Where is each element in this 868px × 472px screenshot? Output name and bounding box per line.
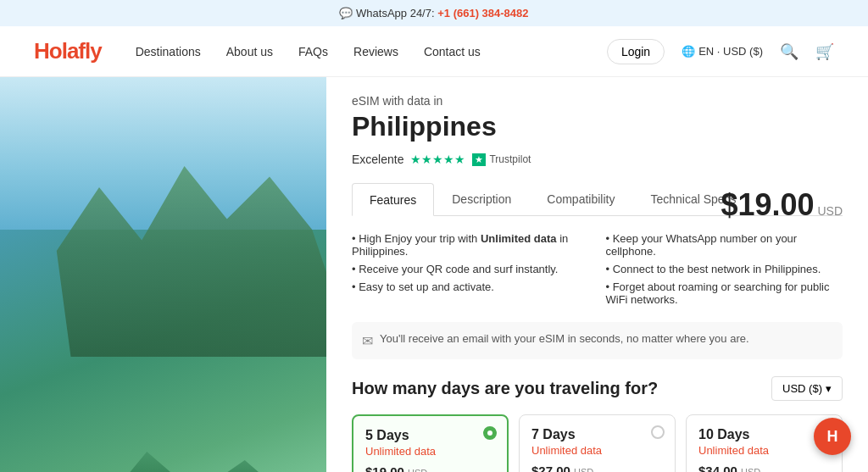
nav-faqs[interactable]: FAQs <box>298 45 328 58</box>
currency-text: USD ($) <box>782 382 822 395</box>
plan-days: 10 Days <box>698 427 830 442</box>
feature-3: Easy to set up and activate. <box>352 278 589 296</box>
feature-5: Connect to the best network in Philippin… <box>606 260 843 278</box>
feature-4: Keep your WhatsApp number on your cellph… <box>606 230 843 260</box>
tab-description[interactable]: Description <box>434 183 529 215</box>
chevron-down-icon: ▾ <box>826 382 832 395</box>
search-icon[interactable]: 🔍 <box>780 42 798 61</box>
features-left: High Enjoy your trip with Unlimited data… <box>352 230 589 308</box>
product-image: ⊞ Scan the QR code and connect instantly… <box>0 77 326 472</box>
plans-grid: 5 Days Unlimited data $19.00 USD 7 Days … <box>352 414 843 472</box>
plan-data: Unlimited data <box>698 444 830 457</box>
travel-header: How many days are you traveling for? USD… <box>352 376 843 401</box>
trustpilot-badge: ★ Trustpilot <box>472 153 531 166</box>
plan-card-7days[interactable]: 7 Days Unlimited data $27.00 USD <box>519 414 676 472</box>
tab-compatibility[interactable]: Compatibility <box>529 183 632 215</box>
plan-price: $34.00 USD <box>698 464 830 472</box>
tab-features[interactable]: Features <box>352 183 434 216</box>
esim-subtitle: eSIM with data in <box>352 94 843 108</box>
logo[interactable]: Holafly <box>34 38 102 64</box>
product-title: Philippines <box>352 111 843 142</box>
cart-icon[interactable]: 🛒 <box>815 42 834 61</box>
feature-6: Forget about roaming or searching for pu… <box>606 278 843 308</box>
plan-days: 5 Days <box>365 428 495 443</box>
login-button[interactable]: Login <box>607 39 665 64</box>
plan-radio-7days <box>651 425 665 439</box>
features-right: Keep your WhatsApp number on your cellph… <box>606 230 843 308</box>
plan-data: Unlimited data <box>531 444 663 457</box>
rating-label: Excelente <box>352 153 403 166</box>
banner-phone[interactable]: +1 (661) 384-8482 <box>437 7 528 19</box>
header-right: Login 🌐 EN · USD ($) 🔍 🛒 <box>607 39 834 64</box>
trustpilot-text: Trustpilot <box>489 153 531 165</box>
price-display: $19.00 USD <box>721 187 843 223</box>
feature-1: High Enjoy your trip with Unlimited data… <box>352 230 589 260</box>
travel-title: How many days are you traveling for? <box>352 379 658 398</box>
features-grid: High Enjoy your trip with Unlimited data… <box>352 230 843 308</box>
email-notice-text: You'll receive an email with your eSIM i… <box>380 332 749 345</box>
lang-text: EN · USD ($) <box>698 45 763 58</box>
plan-card-5days[interactable]: 5 Days Unlimited data $19.00 USD <box>352 414 509 472</box>
price-amount: $19.00 <box>721 187 814 222</box>
currency-selector[interactable]: USD ($) ▾ <box>771 376 843 401</box>
nav-about[interactable]: About us <box>226 45 273 58</box>
product-info: eSIM with data in Philippines $19.00 USD… <box>326 77 868 472</box>
plan-data: Unlimited data <box>365 445 495 458</box>
header: Holafly Destinations About us FAQs Revie… <box>0 26 868 77</box>
help-button[interactable]: H <box>814 418 851 455</box>
trustpilot-star: ★ <box>472 153 486 166</box>
star-rating: ★★★★★ <box>410 153 465 166</box>
main-nav: Destinations About us FAQs Reviews Conta… <box>136 45 607 58</box>
feature-2: Receive your QR code and surf instantly. <box>352 260 589 278</box>
globe-icon: 🌐 <box>682 45 695 58</box>
plan-price: $27.00 USD <box>531 464 663 472</box>
top-banner: 💬 WhatsApp 24/7: +1 (661) 384-8482 <box>0 0 868 26</box>
nav-destinations[interactable]: Destinations <box>136 45 201 58</box>
plan-price: $19.00 USD <box>365 464 495 472</box>
nav-contact[interactable]: Contact us <box>424 45 481 58</box>
price-currency: USD <box>817 204 843 218</box>
email-notice: ✉ You'll receive an email with your eSIM… <box>352 322 843 359</box>
nav-reviews[interactable]: Reviews <box>353 45 398 58</box>
plan-radio-5days <box>483 426 497 440</box>
banner-text: WhatsApp 24/7: <box>356 7 435 19</box>
whatsapp-icon: 💬 <box>339 7 353 19</box>
plan-days: 7 Days <box>531 427 663 442</box>
rating-row: Excelente ★★★★★ ★ Trustpilot <box>352 153 843 166</box>
language-selector[interactable]: 🌐 EN · USD ($) <box>682 45 763 58</box>
email-icon: ✉ <box>362 333 373 349</box>
main-content: ⊞ Scan the QR code and connect instantly… <box>0 77 868 472</box>
